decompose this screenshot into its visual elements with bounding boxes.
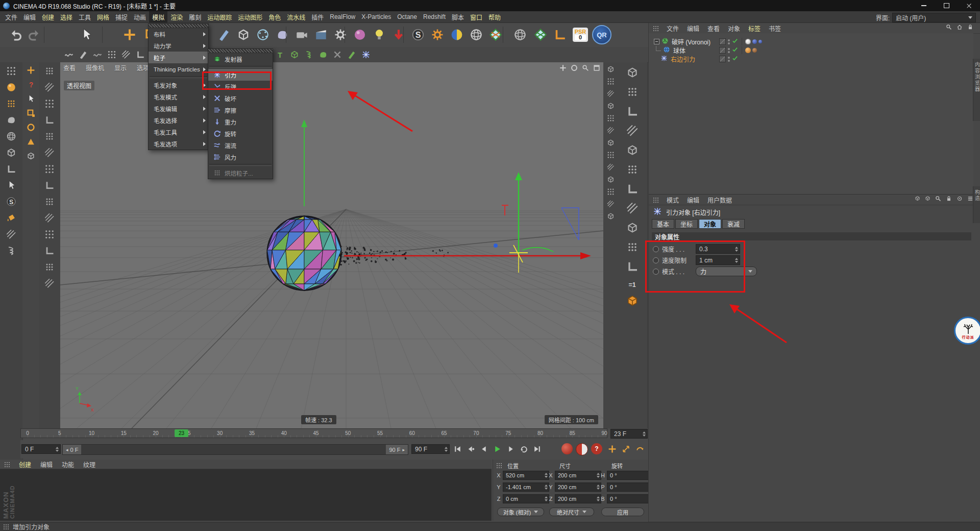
realflow-icon[interactable]: S — [408, 25, 428, 44]
side-palette2-icon-7[interactable] — [622, 180, 643, 198]
side-palette2-icon-5[interactable] — [622, 141, 643, 159]
qr-render-button[interactable]: QR — [592, 25, 611, 44]
orbit-view-icon[interactable] — [571, 64, 578, 73]
snap-icon-10[interactable] — [41, 210, 58, 226]
current-frame-field[interactable]: 23 F — [610, 429, 648, 439]
snap-icon-1[interactable] — [41, 63, 58, 79]
side-palette2-icon-3[interactable] — [622, 102, 643, 120]
spline-boole-icon[interactable] — [119, 49, 132, 61]
tab-衰减[interactable]: 衰减 — [722, 219, 745, 229]
side-palette2-icon-2[interactable] — [622, 83, 643, 101]
material-tag-icon[interactable] — [752, 48, 757, 53]
interface-select[interactable]: 启动 (用户) — [892, 13, 976, 22]
menu-8[interactable]: 动画 — [131, 11, 149, 23]
coord-input[interactable]: 200 cm — [555, 482, 601, 492]
side-palette1-icon-6[interactable] — [605, 125, 616, 136]
loop-button[interactable] — [518, 443, 529, 454]
layer-toggle[interactable] — [719, 38, 726, 45]
home-icon[interactable] — [957, 24, 963, 32]
side-palette1-icon-5[interactable] — [605, 112, 616, 124]
om-menu-6[interactable]: 书签 — [769, 24, 781, 33]
coord-input[interactable]: 0 ° — [607, 471, 653, 480]
menu-item-毛发工具[interactable]: 毛发工具 — [149, 126, 208, 138]
helix-object-icon[interactable] — [302, 49, 315, 61]
preview-range-slider[interactable]: ◂0 F 90 F▸ — [62, 444, 408, 455]
material-ball-icon[interactable] — [350, 25, 370, 44]
submenu-item-发射器[interactable]: 发射器 — [208, 53, 273, 65]
object-row-sphere[interactable]: 球体 — [654, 46, 970, 55]
mat-menu-3[interactable]: 功能 — [62, 460, 74, 469]
tab-对象[interactable]: 对象 — [699, 219, 721, 229]
side-palette2-icon-8[interactable] — [622, 199, 643, 218]
drag-grip-icon[interactable] — [653, 197, 658, 203]
menu-item-粒子[interactable]: 粒子 — [149, 52, 208, 63]
snap-icon-11[interactable] — [41, 227, 58, 242]
mode-icon-6[interactable] — [24, 135, 37, 148]
download-icon[interactable] — [389, 25, 408, 44]
side-palette1-icon-7[interactable] — [605, 137, 616, 148]
submenu-item-摩擦[interactable]: 摩擦 — [208, 104, 273, 116]
subdivide-tool[interactable] — [253, 25, 273, 44]
menu-13[interactable]: 运动图形 — [235, 11, 265, 23]
search-icon[interactable] — [935, 196, 941, 203]
mode-icon-7[interactable] — [24, 149, 37, 162]
field-input[interactable]: 0.3 — [696, 244, 740, 254]
sculpt-sphere-icon[interactable] — [510, 25, 530, 44]
coord-input[interactable]: 200 cm — [555, 471, 601, 480]
submenu-item-旋转[interactable]: 旋转 — [208, 128, 273, 139]
object-name-selected[interactable]: 右边引力 — [670, 55, 695, 63]
om-menu-4[interactable]: 对象 — [728, 24, 740, 33]
menu-4[interactable]: 选择 — [57, 11, 76, 23]
visibility-dots[interactable] — [728, 48, 730, 53]
jawset-icon[interactable] — [447, 25, 467, 44]
close-button[interactable] — [958, 0, 980, 11]
side-palette1-icon-9[interactable] — [605, 161, 616, 173]
record-position-toggle[interactable] — [606, 443, 618, 454]
pan-view-icon[interactable] — [559, 64, 567, 73]
psr-reset-button[interactable]: PSR0 — [571, 25, 590, 44]
autokey-button[interactable] — [576, 443, 588, 455]
snap-icon-9[interactable] — [41, 194, 58, 209]
menu-11[interactable]: 雕刻 — [186, 11, 204, 23]
target-icon[interactable] — [957, 196, 963, 203]
phong-tag-icon[interactable] — [745, 47, 751, 53]
record-scale-toggle[interactable] — [620, 443, 631, 454]
left-dock-icon-1[interactable] — [4, 63, 19, 79]
left-dock-icon-10[interactable] — [4, 210, 19, 226]
edit-render-settings-button[interactable] — [331, 25, 350, 44]
cube-object-icon[interactable] — [288, 49, 301, 61]
spline-arc-icon[interactable] — [105, 49, 118, 61]
menu-23[interactable]: 帮助 — [485, 11, 504, 23]
menu-16[interactable]: 插件 — [308, 11, 327, 23]
menu-9[interactable]: 模拟 — [149, 11, 167, 23]
go-to-start-button[interactable] — [452, 443, 463, 454]
size-mode-dropdown[interactable]: 绝对尺寸 — [549, 508, 594, 516]
viewport-menu-camera[interactable]: 摄像机 — [86, 63, 104, 72]
mode-icon-2[interactable]: ? — [24, 78, 37, 91]
xref-icon[interactable] — [331, 49, 344, 61]
record-rotation-toggle[interactable] — [634, 443, 645, 454]
coord-mode-dropdown[interactable]: 对象 (相对) — [497, 508, 544, 516]
mat-menu-4[interactable]: 纹理 — [83, 460, 95, 469]
menu-item-毛发选择[interactable]: 毛发选择 — [149, 114, 208, 126]
focus-one-icon[interactable]: =1 — [622, 277, 643, 292]
simulation-tag-icon[interactable] — [752, 39, 757, 44]
side-palette1-icon-2[interactable] — [605, 76, 616, 87]
side-palette1-icon-12[interactable] — [605, 198, 616, 209]
range-end-field[interactable]: 90 F — [411, 444, 450, 454]
current-frame-marker[interactable]: 23 — [175, 429, 188, 437]
layer-toggle[interactable] — [719, 47, 726, 54]
field-dropdown[interactable]: 力 — [696, 267, 757, 276]
timeline-ruler[interactable]: 23 051015202530354045505560657075808590 — [20, 428, 607, 438]
side-palette2-icon-10[interactable] — [622, 238, 643, 256]
spline-psr-icon[interactable] — [550, 25, 570, 44]
tab-基本[interactable]: 基本 — [652, 219, 674, 229]
lock-icon[interactable] — [967, 24, 973, 32]
am-menu-1[interactable]: 模式 — [667, 196, 679, 204]
am-menu-2[interactable]: 编辑 — [687, 196, 699, 204]
bodypaint-icon[interactable] — [531, 25, 550, 44]
menu-3[interactable]: 创建 — [39, 11, 57, 23]
menu-grip[interactable] — [149, 24, 208, 28]
live-selection-tool[interactable] — [77, 25, 96, 44]
mat-menu-2[interactable]: 编辑 — [40, 460, 53, 469]
